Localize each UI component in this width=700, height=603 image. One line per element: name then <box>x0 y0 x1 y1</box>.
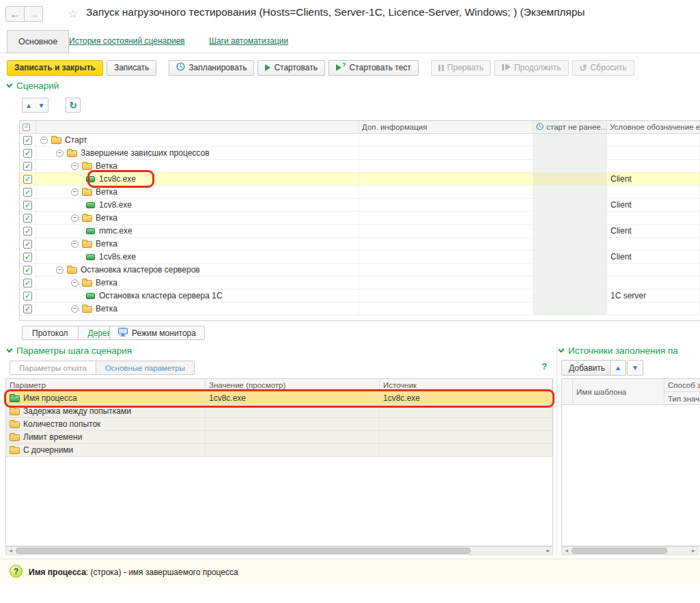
checkbox-checked-icon: ✓ <box>23 201 32 210</box>
row-checkbox[interactable]: ✓ <box>20 290 36 302</box>
save-and-close-button[interactable]: Записать и закрыть <box>7 60 103 76</box>
sources-table: Имя шаблона Способ з Тип знач <box>561 378 700 546</box>
table-row[interactable]: ✓ Завершение зависших процессов <box>20 147 700 160</box>
refresh-icon: ↻ <box>69 100 77 111</box>
row-checkbox[interactable]: ✓ <box>20 173 36 185</box>
forward-button[interactable]: → <box>24 6 43 22</box>
row-checkbox[interactable]: ✓ <box>20 264 36 276</box>
parameter-name-cell: С дочерними <box>6 444 206 456</box>
symbol-cell: Client <box>607 199 700 211</box>
scroll-right-button[interactable]: ▸ <box>544 547 552 555</box>
collapse-icon[interactable] <box>71 279 79 287</box>
row-checkbox[interactable]: ✓ <box>20 251 36 263</box>
fill-sources-section-header[interactable]: Источники заполнения па <box>559 346 700 356</box>
row-checkbox[interactable]: ✓ <box>20 199 36 211</box>
row-checkbox[interactable]: ✓ <box>20 186 36 198</box>
help-icon[interactable]: ? <box>542 361 547 371</box>
table-row[interactable]: ✓ Остановка кластера сервера 1С 1C serve… <box>20 290 700 303</box>
fill-method-column-header[interactable]: Способ з <box>664 379 700 392</box>
scrollbar-thumb[interactable] <box>572 548 667 554</box>
table-row[interactable]: ✓ mmc.exe Client <box>20 225 700 238</box>
table-row[interactable]: ✓ Ветка <box>20 277 700 290</box>
row-checkbox[interactable]: ✓ <box>20 160 36 172</box>
tab-link-automation-steps[interactable]: Шаги автоматизации <box>209 36 288 46</box>
row-checkbox[interactable]: ✓ <box>20 147 36 159</box>
scenario-section-header[interactable]: Сценарий <box>7 81 59 91</box>
parameter-name: С дочерними <box>23 445 73 455</box>
row-checkbox[interactable]: ✓ <box>20 238 36 250</box>
table-row[interactable]: ✓ 1cv8s.exe Client <box>20 251 700 264</box>
table-row[interactable]: ✓ Ветка <box>20 212 700 225</box>
source-column-header[interactable]: Источник <box>380 379 552 391</box>
unit-symbol-column-header[interactable]: Условное обозначение ед <box>607 121 700 133</box>
table-row[interactable]: ✓ Ветка <box>20 186 700 199</box>
row-checkbox[interactable]: ✓ <box>20 134 36 146</box>
tree-cell: Ветка <box>36 186 359 198</box>
table-row[interactable]: ✓ Ветка <box>20 160 700 173</box>
collapse-icon[interactable] <box>56 266 64 274</box>
tab-main-parameters[interactable]: Основные параметры <box>96 361 194 374</box>
collapse-icon[interactable] <box>56 150 64 157</box>
table-row[interactable]: ✓ Старт <box>20 134 700 147</box>
row-checkbox[interactable]: ✓ <box>20 303 36 315</box>
parameter-row-selected[interactable]: Имя процесса 1cv8c.exe 1cv8c.exe <box>6 392 552 405</box>
collapse-icon[interactable] <box>71 188 79 196</box>
parameter-row[interactable]: Задержка между попытками <box>6 405 552 418</box>
start-test-button[interactable]: ? Стартовать тест <box>328 60 419 76</box>
scroll-right-button[interactable]: ▸ <box>690 547 697 555</box>
parameter-row[interactable]: Лимит времени <box>6 431 552 444</box>
move-down-button[interactable]: ▼ <box>35 98 48 113</box>
table-row[interactable]: ✓ Ветка <box>20 303 700 315</box>
move-up-button[interactable]: ▲ <box>22 98 36 113</box>
scrollbar-thumb[interactable] <box>16 548 471 554</box>
refresh-button[interactable]: ↻ <box>66 98 81 113</box>
save-button[interactable]: Записать <box>107 60 156 76</box>
back-button[interactable]: ← <box>5 6 25 22</box>
tab-rollback-parameters[interactable]: Параметры отката <box>10 361 96 374</box>
collapse-icon[interactable] <box>40 137 48 144</box>
horizontal-scrollbar[interactable]: ◂ ▸ <box>5 546 553 555</box>
sources-table-header: Имя шаблона Способ з Тип знач <box>562 379 700 405</box>
scroll-left-button[interactable]: ◂ <box>563 547 570 555</box>
step-parameters-section-header[interactable]: Параметры шага сценария <box>7 346 132 356</box>
move-down-button[interactable]: ▼ <box>627 360 643 376</box>
move-up-button[interactable]: ▲ <box>610 360 626 376</box>
parameter-row[interactable]: С дочерними <box>6 444 552 457</box>
start-not-earlier-column-header[interactable]: старт не ранее... <box>533 121 607 133</box>
select-all-icon: ✓ <box>23 124 30 131</box>
pause-icon <box>438 65 444 71</box>
parameter-column-header[interactable]: Параметр <box>6 379 206 391</box>
reset-button[interactable]: ↺ Сбросить <box>572 60 634 76</box>
collapse-icon[interactable] <box>71 305 79 313</box>
extra-info-column-header[interactable]: Доп. информация <box>359 121 533 133</box>
schedule-button[interactable]: Запланировать <box>169 60 254 76</box>
row-checkbox[interactable]: ✓ <box>20 225 36 237</box>
monitor-mode-button[interactable]: Режим монитора <box>109 326 205 340</box>
scroll-left-button[interactable]: ◂ <box>7 547 14 555</box>
table-row[interactable]: ✓ Ветка <box>20 238 700 251</box>
collapse-icon[interactable] <box>71 240 79 248</box>
row-checkbox[interactable]: ✓ <box>20 277 36 289</box>
add-button[interactable]: Добавить <box>561 360 613 376</box>
value-type-column-header[interactable]: Тип знач <box>664 392 700 405</box>
collapse-icon[interactable] <box>71 214 79 222</box>
interrupt-button[interactable]: Прервать <box>431 60 491 76</box>
resume-button[interactable]: Продолжить <box>494 60 569 76</box>
row-checkbox[interactable]: ✓ <box>20 212 36 224</box>
table-row-selected[interactable]: ✓ 1cv8c.exe Client <box>20 173 700 186</box>
table-row[interactable]: ✓ 1cv8.exe Client <box>20 199 700 212</box>
checkbox-checked-icon: ✓ <box>23 175 32 184</box>
parameter-row[interactable]: Количество попыток <box>6 418 552 431</box>
tab-link-scenario-history[interactable]: История состояний сценариев <box>69 36 185 46</box>
table-row[interactable]: ✓ Остановка кластеров серверов <box>20 264 700 277</box>
tree-column-header[interactable] <box>36 121 359 133</box>
protocol-button[interactable]: Протокол <box>23 326 78 339</box>
start-button[interactable]: Стартовать <box>257 60 325 76</box>
template-name-column-header[interactable]: Имя шаблона <box>573 379 664 405</box>
horizontal-scrollbar[interactable]: ◂ ▸ <box>561 546 699 555</box>
value-column-header[interactable]: Значение (просмотр) <box>206 379 380 391</box>
select-all-header-cell[interactable]: ✓ <box>20 121 36 133</box>
favorite-star-icon[interactable]: ☆ <box>68 7 78 21</box>
tab-main[interactable]: Основное <box>7 30 69 53</box>
collapse-icon[interactable] <box>71 163 79 170</box>
